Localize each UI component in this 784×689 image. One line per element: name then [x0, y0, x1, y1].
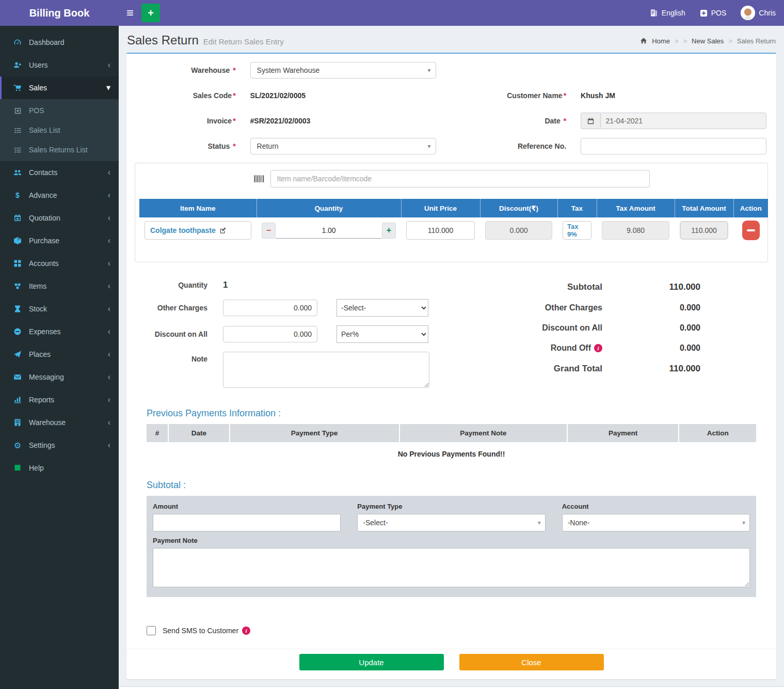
language-label: English [662, 9, 685, 17]
items-box: Item Name Quantity Unit Price Discount(₹… [135, 163, 768, 262]
breadcrumb-new-sales[interactable]: New Sales [692, 37, 724, 45]
total-amount-input[interactable] [680, 221, 728, 240]
item-name-link[interactable]: Colgate toothpaste [150, 226, 216, 234]
sidebar-item-label: Reports [29, 396, 54, 404]
page-subtitle: Edit Return Sales Entry [203, 37, 284, 46]
quantity-input[interactable] [276, 223, 382, 239]
unit-price-input[interactable] [406, 221, 475, 240]
calendar-icon[interactable] [581, 113, 600, 129]
quantity-total-label: Quantity [134, 281, 223, 289]
sidebar-item-stock[interactable]: Stock ‹ [0, 297, 119, 320]
customer-name-value: Khush JM [581, 91, 615, 100]
col-action: Action [733, 199, 768, 217]
payment-type-select[interactable]: -Select-▾ [357, 514, 545, 531]
sidebar-subitem-pos[interactable]: POS [0, 101, 119, 120]
status-select[interactable]: Return▾ [250, 138, 436, 154]
warehouse-select[interactable]: System Warehouse▾ [250, 62, 436, 79]
discount-unit-select[interactable]: Per% [337, 325, 428, 343]
grand-total-value: 110.000 [623, 364, 700, 374]
sidebar: Dashboard Users ‹ Sales ▾ POS Sales List… [0, 26, 119, 689]
item-search-input[interactable] [270, 170, 650, 187]
invoice-value: #SR/2021/02/0003 [250, 117, 311, 125]
chevron-down-icon: ▾ [427, 67, 430, 74]
other-charges-input[interactable] [223, 300, 317, 316]
bar-chart-icon [13, 396, 22, 404]
user-menu[interactable]: Chris [741, 6, 776, 20]
pos-shortcut[interactable]: POS [700, 9, 727, 17]
sidebar-item-accounts[interactable]: Accounts ‹ [0, 252, 119, 275]
calendar-plus-icon [13, 214, 22, 222]
tax-amount-input [602, 221, 669, 240]
top-navbar: Billing Book ≡ + English POS Chris [0, 0, 784, 26]
sidebar-item-dashboard[interactable]: Dashboard [0, 31, 119, 54]
breadcrumb-home[interactable]: Home [652, 37, 670, 45]
footer: Copyright © 2021 All rights reserved. Bi… [119, 686, 784, 689]
send-sms-checkbox[interactable] [147, 626, 156, 635]
language-menu[interactable]: English [650, 9, 685, 17]
chevron-left-icon: ‹ [108, 191, 110, 199]
sidebar-item-help[interactable]: Help [0, 457, 119, 479]
user-avatar [741, 6, 755, 20]
sidebar-item-label: Accounts [29, 259, 59, 268]
col-discount: Discount(₹) [480, 199, 557, 217]
edit-item-icon[interactable] [219, 227, 227, 234]
payment-note-textarea[interactable] [153, 548, 750, 587]
remove-item-button[interactable] [742, 221, 760, 240]
breadcrumb: Home > > New Sales > Sales Return [640, 37, 776, 45]
sidebar-item-sales[interactable]: Sales ▾ [0, 76, 119, 99]
close-button[interactable]: Close [459, 654, 604, 670]
minus-icon [747, 229, 755, 231]
note-textarea[interactable] [223, 352, 429, 388]
subtotal-value: 110.000 [623, 282, 700, 292]
payment-type-value: -Select- [363, 519, 388, 527]
account-select[interactable]: -None-▾ [562, 514, 750, 531]
amount-input[interactable] [153, 514, 341, 531]
sidebar-item-advance[interactable]: $ Advance ‹ [0, 184, 119, 207]
user-plus-icon [13, 61, 22, 69]
warehouse-label: Warehouse * [136, 66, 250, 74]
plus-square-icon [13, 107, 22, 115]
breadcrumb-separator: > [728, 37, 732, 45]
sidebar-item-users[interactable]: Users ‹ [0, 54, 119, 76]
item-row: Colgate toothpaste − + [139, 217, 768, 243]
account-label: Account [562, 503, 750, 510]
quantity-decrease-button[interactable]: − [262, 223, 276, 239]
dollar-icon: $ [13, 191, 22, 199]
sidebar-item-messaging[interactable]: Messaging ‹ [0, 366, 119, 388]
previous-payments-heading: Previous Payments Information : [147, 408, 756, 419]
quantity-total-value: 1 [223, 280, 228, 290]
sidebar-item-contacts[interactable]: Contacts ‹ [0, 161, 119, 184]
sidebar-item-warehouse[interactable]: Warehouse ‹ [0, 411, 119, 434]
sidebar-item-places[interactable]: Places ‹ [0, 343, 119, 366]
envelope-icon [13, 373, 22, 381]
items-icon [13, 282, 22, 290]
sidebar-item-label: Expenses [29, 327, 60, 336]
hamburger-menu-icon[interactable]: ≡ [119, 0, 141, 26]
quick-add-button[interactable]: + [141, 4, 160, 22]
sidebar-item-settings[interactable]: ⚙ Settings ‹ [0, 434, 119, 457]
sidebar-subitem-sales-list[interactable]: Sales List [0, 120, 119, 140]
account-value: -None- [568, 519, 590, 527]
update-button[interactable]: Update [299, 654, 444, 670]
other-charges-total-value: 0.000 [623, 303, 700, 312]
quantity-increase-button[interactable]: + [382, 223, 396, 239]
tax-value: Tax 9% [567, 223, 587, 238]
cart-icon [13, 84, 22, 92]
pos-label: POS [711, 9, 727, 17]
sidebar-item-reports[interactable]: Reports ‹ [0, 388, 119, 411]
col-tax-amount: Tax Amount [597, 199, 675, 217]
tax-select[interactable]: Tax 9% [563, 221, 591, 240]
discount-on-all-input[interactable] [223, 326, 317, 342]
sidebar-item-quotation[interactable]: Quotation ‹ [0, 207, 119, 229]
reference-no-input[interactable] [581, 138, 766, 154]
sidebar-subitem-sales-returns-list[interactable]: Sales Returns List [0, 140, 119, 160]
other-charges-select[interactable]: -Select- [337, 299, 428, 317]
brand-logo[interactable]: Billing Book [0, 0, 119, 26]
date-input[interactable] [600, 113, 766, 129]
date-label: Date * [467, 117, 581, 125]
sidebar-item-expenses[interactable]: Expenses ‹ [0, 320, 119, 343]
sidebar-item-purchase[interactable]: Purchase ‹ [0, 229, 119, 252]
chevron-left-icon: ‹ [108, 305, 110, 313]
previous-payments-table: # Date Payment Type Payment Note Payment… [147, 424, 756, 472]
sidebar-item-items[interactable]: Items ‹ [0, 275, 119, 297]
